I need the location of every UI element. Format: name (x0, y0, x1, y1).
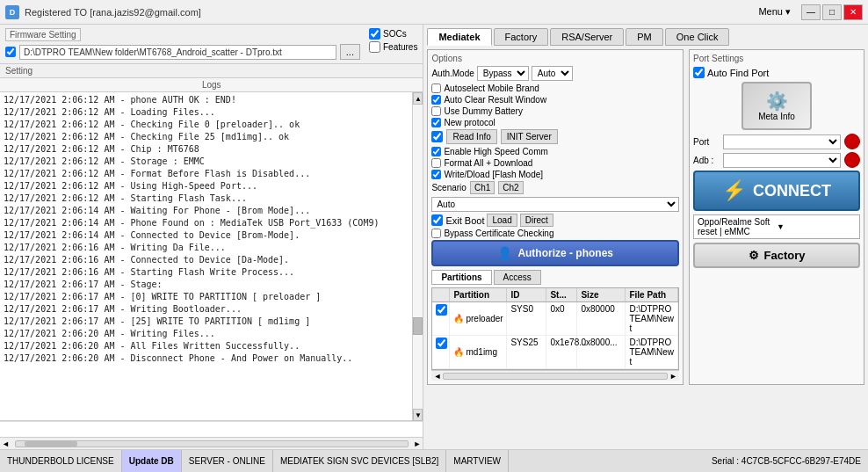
bypass-select[interactable]: Bypass (477, 66, 529, 81)
auto-select[interactable]: Auto (532, 66, 573, 81)
firmware-section: Firmware Setting D:\DTPRO TEAM\New folde… (0, 25, 423, 64)
format-all-row: Format All + Download (431, 158, 679, 168)
firmware-checkbox[interactable] (5, 47, 16, 57)
row-check-1[interactable] (432, 336, 450, 368)
header-size: Size (577, 288, 626, 301)
autoselect-checkbox[interactable] (431, 84, 441, 93)
dropdown-selector[interactable]: Oppo/Realme Soft reset | eMMC ▼ (693, 214, 860, 239)
maximize-button[interactable]: □ (822, 4, 842, 20)
table-scrollbar[interactable]: ◄ ► (431, 370, 679, 381)
status-item-2[interactable]: SERVER - ONLINE (182, 450, 273, 472)
direct-button[interactable]: Direct (520, 214, 553, 227)
firmware-path: D:\DTPRO TEAM\New folder\MT6768_Android_… (19, 45, 336, 60)
authorize-phones-button[interactable]: 👤 Authorize - phones (431, 240, 679, 266)
status-item-0[interactable]: THUNDERBOLD LICENSE (0, 450, 122, 472)
factory-button[interactable]: ⚙ Factory (693, 243, 860, 268)
read-info-row: Read Info INIT Server (431, 129, 679, 144)
port-label: Port (693, 137, 720, 147)
features-label: Features (383, 42, 417, 52)
scenario-select[interactable]: Auto (431, 197, 679, 212)
row-partition-name-0: preloader (466, 314, 503, 323)
new-protocol-checkbox[interactable] (431, 118, 441, 127)
scroll-up-btn[interactable]: ▲ (413, 92, 423, 105)
auto-find-checkbox[interactable] (693, 67, 705, 78)
table-header: Partition ID St... Size File Path (432, 288, 678, 302)
port-select[interactable] (723, 134, 841, 149)
log-entry: 12/17/2021 2:06:16 AM - Starting Flash W… (4, 266, 409, 279)
ch2-button[interactable]: Ch2 (498, 181, 523, 194)
bypass-cert-label: Bypass Certificate Checking (444, 229, 553, 238)
scroll-thumb[interactable] (413, 317, 423, 335)
row-partition-0: 🔥 preloader (450, 302, 507, 335)
exit-boot-checkbox[interactable] (431, 214, 443, 226)
status-item-3[interactable]: MEDIATEK SIGN SVC DEVICES [SLB2] (273, 450, 446, 472)
read-info-checkbox[interactable] (431, 131, 443, 142)
log-entry: 12/17/2021 2:06:20 AM - Writing Files... (4, 328, 409, 340)
row-icon-0: 🔥 (453, 314, 464, 323)
connect-label: CONNECT (753, 182, 831, 200)
authorize-icon: 👤 (497, 246, 512, 260)
adb-select[interactable] (723, 153, 841, 168)
tab-rsa-server[interactable]: RSA/Server (550, 28, 624, 46)
setting-label: Setting (5, 66, 33, 76)
row-check-0[interactable] (432, 302, 450, 335)
logs-scrollbar[interactable]: ▲ ▼ (412, 92, 423, 421)
connect-button[interactable]: ⚡ CONNECT (693, 171, 860, 211)
minimize-button[interactable]: — (801, 4, 821, 20)
dummy-battery-checkbox[interactable] (431, 106, 441, 116)
adb-red-button[interactable] (844, 152, 860, 168)
scenario-row: Scenario Ch1 Ch2 (431, 181, 679, 194)
bypass-cert-checkbox[interactable] (431, 229, 441, 238)
browse-button[interactable]: ... (340, 44, 360, 60)
format-all-checkbox[interactable] (431, 158, 441, 168)
write-dload-checkbox[interactable] (431, 170, 441, 179)
load-button[interactable]: Load (487, 214, 517, 227)
auto-find-label: Auto Find Port (707, 68, 769, 78)
row-id-1: SYS25 (507, 336, 546, 368)
soc-checkbox[interactable] (369, 28, 380, 40)
port-settings-title: Port Settings (693, 54, 860, 63)
tab-factory[interactable]: Factory (494, 28, 549, 46)
table-scroll-left[interactable]: ◄ (431, 372, 443, 381)
format-all-label: Format All + Download (444, 158, 532, 168)
row-partition-name-1: md1img (466, 347, 497, 357)
logs-content[interactable]: 12/17/2021 2:06:12 AM - phone AUTH OK : … (0, 92, 412, 421)
read-info-button[interactable]: Read Info (446, 129, 496, 144)
port-red-button[interactable] (844, 134, 860, 149)
tab-one-click[interactable]: One Click (665, 28, 730, 46)
options-port-row: Options Auth.Mode Bypass Auto Autoselect… (427, 49, 864, 385)
high-speed-checkbox[interactable] (431, 147, 441, 156)
log-entry: 12/17/2021 2:06:17 AM - Stage: (4, 279, 409, 291)
ch1-button[interactable]: Ch1 (470, 181, 495, 194)
h-scroll-thumb[interactable] (25, 441, 77, 447)
logs-header: Logs (0, 78, 423, 92)
soc-label: SOCs (383, 29, 407, 39)
scroll-down-btn[interactable]: ▼ (413, 409, 423, 421)
log-entry: 12/17/2021 2:06:20 AM - Disconnect Phone… (4, 352, 409, 365)
features-checkbox[interactable] (369, 41, 380, 53)
partition-rows: 🔥 preloader SYS0 0x0 0x80000 D:\DTPRO TE… (432, 302, 678, 369)
init-server-button[interactable]: INIT Server (501, 129, 558, 144)
meta-info-button[interactable]: ⚙️ Meta Info (741, 82, 812, 130)
h-scroll-left[interactable]: ◄ (0, 439, 11, 448)
auto-clear-checkbox[interactable] (431, 95, 441, 105)
status-item-1[interactable]: Update DB (122, 450, 182, 472)
status-item-4[interactable]: MARTVIEW (446, 450, 509, 472)
close-button[interactable]: ✕ (843, 4, 863, 20)
app-icon: D (5, 5, 19, 19)
logs-scrollbar-h[interactable]: ◄ ► (0, 437, 423, 449)
table-scroll-right[interactable]: ► (668, 372, 679, 381)
menu-button[interactable]: Menu ▾ (753, 4, 796, 19)
sub-tab-partitions[interactable]: Partitions (431, 270, 491, 285)
tab-mediatek[interactable]: Mediatek (427, 28, 491, 46)
autoselect-label: Autoselect Mobile Brand (444, 84, 539, 93)
log-entry: 12/17/2021 2:06:14 AM - Phone Found on :… (4, 217, 409, 229)
sub-tab-access[interactable]: Access (494, 270, 541, 285)
h-scroll-right[interactable]: ► (412, 439, 423, 448)
meta-info-icon: ⚙️ (766, 91, 788, 112)
row-icon-1: 🔥 (453, 347, 464, 357)
firmware-section-label: Firmware Setting (5, 28, 81, 41)
connect-icon: ⚡ (722, 179, 746, 202)
tab-pm[interactable]: PM (626, 28, 663, 46)
row-st-1: 0x1e78... (546, 336, 577, 368)
